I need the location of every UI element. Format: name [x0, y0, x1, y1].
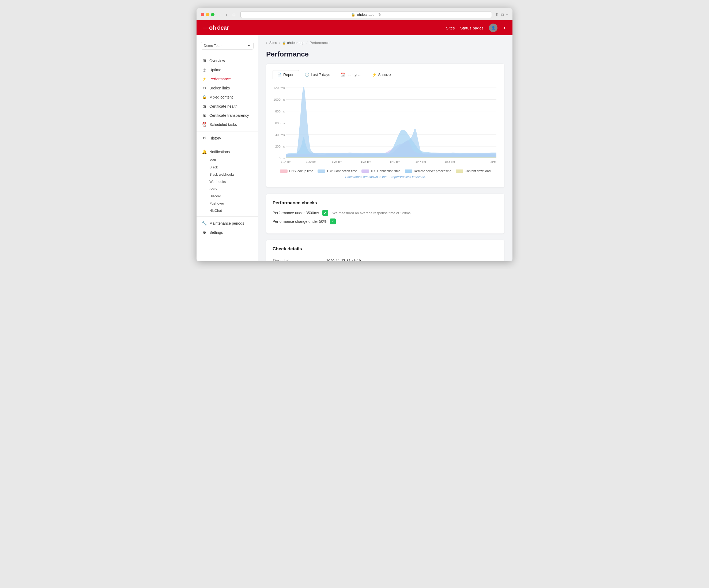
browser-nav: ‹ › ⊡ [218, 12, 237, 18]
close-dot[interactable] [201, 13, 204, 16]
sidebar-sub-item-slack-webhooks[interactable]: Slack webhooks [196, 171, 258, 178]
svg-text:800ms: 800ms [275, 109, 285, 113]
performance-checks-title: Performance checks [272, 200, 498, 206]
sidebar-sub-item-webhooks[interactable]: Webhooks [196, 178, 258, 185]
sidebar-nav-item-notifications[interactable]: 🔔 Notifications [196, 147, 258, 156]
check-label-2: Performance change under 50% [272, 219, 327, 223]
forward-button[interactable]: › [225, 12, 229, 18]
sidebar-sub-item-hipchat[interactable]: HipChat [196, 207, 258, 214]
sidebar-item-label: Scheduled tasks [209, 123, 237, 127]
report-icon: 📄 [277, 73, 282, 77]
certificate-health-icon: ◑ [202, 104, 207, 109]
sidebar-nav-item-settings[interactable]: ⚙ Settings [196, 228, 258, 237]
share-button[interactable]: ⬆ [495, 12, 499, 17]
check-label-1: Performance under 3500ms [272, 211, 319, 215]
certificate-transparency-icon: ◉ [202, 113, 207, 118]
sidebar-nav-item-certificate-health[interactable]: ◑ Certificate health [196, 102, 258, 111]
svg-text:400ms: 400ms [275, 133, 285, 137]
avatar-chevron[interactable]: ▼ [503, 26, 506, 30]
legend-tcp-color [318, 169, 325, 173]
svg-text:2PM: 2PM [491, 160, 496, 163]
sidebar-item-label: Performance [209, 77, 231, 81]
page-title: Performance [266, 50, 504, 58]
sidebar-nav-item-broken-links[interactable]: ✂ Broken links [196, 83, 258, 92]
legend-remote: Remote server processing [405, 169, 451, 173]
sidebar-team-section: Demo Team ▼ [196, 39, 258, 54]
tab-lastyear[interactable]: 📅 Last year [336, 70, 367, 79]
sidebar-sub-item-slack[interactable]: Slack [196, 164, 258, 171]
legend-dns-color [280, 169, 288, 173]
minimize-dot[interactable] [206, 13, 209, 16]
discord-label: Discord [209, 194, 221, 198]
check-passed-icon-2: ✓ [330, 218, 336, 224]
url-text: ohdear.app [357, 12, 374, 17]
legend-content-color [456, 169, 463, 173]
navbar-right: Sites Status pages 👤 ▼ [446, 24, 506, 32]
sms-label: SMS [209, 187, 217, 191]
navbar: —oh dear Sites Status pages 👤 ▼ [196, 20, 513, 35]
mail-label: Mail [209, 158, 216, 162]
check-row-2: Performance change under 50% ✓ [272, 218, 498, 224]
svg-text:1:53 pm: 1:53 pm [444, 160, 455, 163]
tab-snooze[interactable]: ⚡ Snooze [367, 70, 395, 79]
address-bar[interactable]: 🔒 ohdear.app ↻ [240, 11, 492, 18]
details-row-started: Started at 2020-11-27 13:46:19 [272, 256, 498, 261]
maximize-dot[interactable] [211, 13, 214, 16]
sidebar-nav-item-uptime[interactable]: ◎ Uptime [196, 65, 258, 75]
hipchat-label: HipChat [209, 209, 222, 213]
sidebar-sub-item-discord[interactable]: Discord [196, 192, 258, 200]
team-selector[interactable]: Demo Team ▼ [201, 42, 254, 50]
sidebar: Demo Team ▼ ⊞ Overview ◎ Uptime ⚡ Perfor… [196, 35, 258, 261]
reader-button[interactable]: ⊡ [231, 12, 237, 18]
sidebar-item-label: Maintenance periods [209, 221, 244, 225]
sidebar-nav-item-performance[interactable]: ⚡ Performance [196, 75, 258, 83]
chart-timezone-note: Timestamps are shown in the Europe/Bruss… [272, 175, 498, 179]
brand-logo[interactable]: —oh dear [203, 24, 228, 31]
tab-last7days[interactable]: 🕐 Last 7 days [300, 70, 335, 79]
app: —oh dear Sites Status pages 👤 ▼ Demo Tea… [196, 20, 513, 261]
svg-text:600ms: 600ms [275, 121, 285, 125]
sidebar-item-label: History [209, 136, 221, 140]
sidebar-item-label: Certificate health [209, 104, 237, 108]
tab-report[interactable]: 📄 Report [272, 70, 299, 79]
overview-icon: ⊞ [202, 58, 207, 63]
details-value-started: 2020-11-27 13:46:19 [326, 259, 361, 261]
legend-remote-label: Remote server processing [414, 169, 451, 173]
status-pages-link[interactable]: Status pages [460, 26, 484, 30]
legend-dns: DNS lookup time [280, 169, 313, 173]
sidebar-item-label: Certificate transparency [209, 113, 249, 117]
breadcrumb-sites[interactable]: Sites [269, 41, 277, 45]
add-tab-button[interactable]: + [506, 12, 508, 17]
legend-dns-label: DNS lookup time [289, 169, 313, 173]
breadcrumb-current: Performance [310, 41, 329, 45]
calendar-icon: 📅 [340, 73, 345, 77]
team-chevron: ▼ [247, 44, 251, 48]
refresh-icon[interactable]: ↻ [378, 12, 381, 17]
team-name: Demo Team [204, 44, 222, 48]
sidebar-nav-item-maintenance[interactable]: 🔧 Maintenance periods [196, 219, 258, 228]
legend-content: Content download [456, 169, 491, 173]
sidebar-nav-item-certificate-transparency[interactable]: ◉ Certificate transparency [196, 111, 258, 120]
uptime-icon: ◎ [202, 68, 207, 72]
performance-chart-card: 📄 Report 🕐 Last 7 days 📅 Last year [266, 64, 504, 187]
breadcrumb-site[interactable]: 🔒 ohdear.app [282, 41, 305, 45]
sidebar-nav-item-scheduled-tasks[interactable]: ⏰ Scheduled tasks [196, 120, 258, 129]
new-tab-button[interactable]: ⧉ [501, 12, 504, 17]
svg-text:1:20 pm: 1:20 pm [306, 160, 316, 163]
sidebar-sub-item-mail[interactable]: Mail [196, 156, 258, 164]
sites-link[interactable]: Sites [446, 26, 455, 30]
user-avatar[interactable]: 👤 [489, 24, 497, 32]
webhooks-label: Webhooks [209, 180, 226, 184]
check-row-1: Performance under 3500ms ✓ We measured a… [272, 210, 498, 216]
sidebar-nav-item-history[interactable]: ↺ History [196, 134, 258, 143]
sidebar-sub-item-sms[interactable]: SMS [196, 185, 258, 192]
svg-text:1000ms: 1000ms [273, 98, 285, 101]
sidebar-nav-item-mixed-content[interactable]: 🔒 Mixed content [196, 92, 258, 102]
content-area: / Sites / 🔒 ohdear.app / Performance Per… [258, 35, 513, 261]
sidebar-sub-item-pushover[interactable]: Pushover [196, 200, 258, 207]
back-button[interactable]: ‹ [218, 12, 222, 18]
check-details-card: Check details Started at 2020-11-27 13:4… [266, 240, 504, 261]
main-layout: Demo Team ▼ ⊞ Overview ◎ Uptime ⚡ Perfor… [196, 35, 513, 261]
lock-icon: 🔒 [351, 12, 355, 17]
sidebar-nav-item-overview[interactable]: ⊞ Overview [196, 56, 258, 65]
